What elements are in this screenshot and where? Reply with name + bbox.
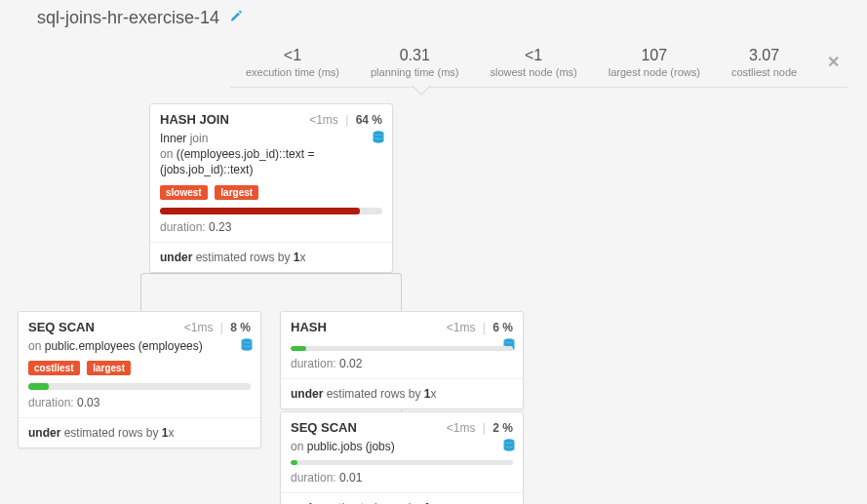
tag-costliest: costliest — [28, 361, 80, 375]
estimate-row: under estimated rows by 1x — [19, 417, 260, 447]
node-stats: <1ms | 2 % — [447, 421, 513, 435]
metric-costliest-node: 3.07 costliest node — [716, 47, 812, 78]
svg-point-2 — [504, 338, 515, 342]
node-stats: <1ms | 6 % — [447, 321, 513, 334]
estimate-row: under estimated rows by 1x — [281, 492, 523, 504]
metric-plan-time: 0.31 planning time (ms) — [355, 47, 474, 78]
metric-largest-node: 107 largest node (rows) — [593, 47, 716, 78]
pencil-icon[interactable] — [229, 10, 243, 26]
node-title: SEQ SCAN — [291, 420, 357, 435]
database-icon — [503, 439, 515, 452]
duration-bar — [160, 208, 360, 214]
svg-point-3 — [504, 439, 515, 443]
estimate-row: under estimated rows by 1x — [150, 242, 392, 272]
page-title: sql-joins-hr-exercise-14 — [37, 8, 219, 28]
svg-point-1 — [242, 338, 253, 342]
database-icon — [373, 131, 384, 144]
metric-slowest-node: <1 slowest node (ms) — [474, 47, 592, 78]
duration-bar — [291, 460, 297, 465]
node-hash-join[interactable]: HASH JOIN <1ms | 64 % Inner join on ((em… — [149, 103, 393, 273]
tag-largest: largest — [87, 361, 131, 375]
node-title: HASH — [291, 320, 327, 334]
summary-bar: <1 execution time (ms) 0.31 planning tim… — [230, 43, 847, 88]
node-hash[interactable]: HASH <1ms | 6 % duration: 0.02 under est… — [280, 311, 524, 409]
database-icon — [241, 338, 253, 352]
duration-bar — [28, 383, 49, 390]
close-icon[interactable]: ✕ — [827, 53, 840, 71]
node-title: HASH JOIN — [160, 112, 229, 127]
estimate-row: under estimated rows by 1x — [281, 378, 523, 408]
svg-point-0 — [374, 131, 384, 135]
metric-exec-time: <1 execution time (ms) — [230, 47, 355, 78]
tag-largest: largest — [215, 185, 258, 200]
summary-arrow-icon — [412, 86, 431, 96]
connector — [140, 273, 402, 312]
duration-bar — [291, 346, 306, 351]
node-seq-scan-employees[interactable]: SEQ SCAN <1ms | 8 % on public.employees … — [18, 311, 261, 448]
node-title: SEQ SCAN — [28, 320, 95, 334]
node-stats: <1ms | 64 % — [309, 113, 382, 127]
tag-slowest: slowest — [160, 185, 208, 200]
node-seq-scan-jobs[interactable]: SEQ SCAN <1ms | 2 % on public.jobs (jobs… — [280, 411, 524, 504]
node-stats: <1ms | 8 % — [184, 321, 251, 334]
